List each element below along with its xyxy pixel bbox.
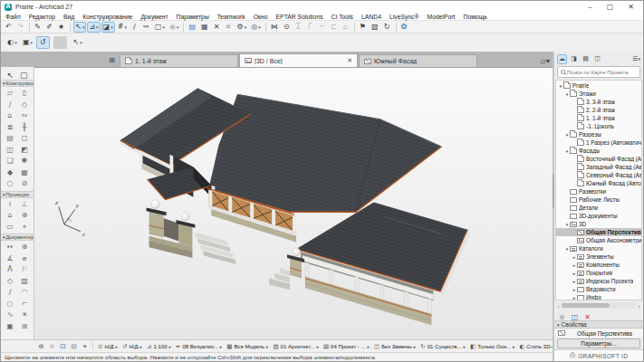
fillet-button[interactable]: ⌐ xyxy=(317,22,328,33)
beam-tool[interactable]: ∕ xyxy=(3,100,17,111)
scrollbar-thumb[interactable] xyxy=(562,303,610,308)
tab-popup-navigator-button[interactable]: ▱▾ xyxy=(541,57,550,65)
pen-set-dropdown[interactable]: ▤ 04 Проект - ... ▸ xyxy=(322,341,371,352)
separator[interactable] xyxy=(70,23,71,32)
snap-guides-button[interactable]: ✑ xyxy=(141,22,152,33)
tab-close-icon[interactable]: ✕ xyxy=(334,57,352,64)
tree-story-3[interactable]: 3. 3-й этаж xyxy=(556,98,641,106)
tree-developments[interactable]: Развертки xyxy=(556,187,641,195)
angle-dimension-tool[interactable]: ∡ xyxy=(3,253,17,265)
scale-dropdown[interactable]: ⊿ 1:100 ▸ xyxy=(145,341,173,352)
tree-lists[interactable]: ▸ Ведомости xyxy=(556,285,641,293)
figure-tool[interactable]: ▣ xyxy=(3,321,17,333)
tree-story-basement[interactable]: -1. Цоколь xyxy=(556,122,641,130)
search-input[interactable] xyxy=(567,70,637,75)
menu-help[interactable]: Помощь xyxy=(464,14,487,20)
menu-document[interactable]: Документ xyxy=(140,14,168,20)
layer-combination-dropdown[interactable]: ▧ 01 Архитект... ▸ xyxy=(271,341,320,352)
tree-3d-documents[interactable]: 3D-документы xyxy=(556,212,641,220)
door-tool[interactable]: ◻ xyxy=(17,133,32,145)
scroll-right-arrow[interactable]: › xyxy=(636,303,642,309)
text-tool[interactable]: A xyxy=(3,264,17,276)
tree-elevation-north[interactable]: Северный Фасад (Автоматически xyxy=(556,171,641,179)
window-tool[interactable]: ◫ xyxy=(3,145,17,157)
3d-style-dropdown[interactable]: ◐ Стиль 3D-о... ▸ xyxy=(517,341,553,352)
stair-tool[interactable]: ≣ xyxy=(3,122,17,134)
element-transfer-button[interactable]: ◪▾ xyxy=(101,22,115,33)
camera-tool[interactable]: ⌖ xyxy=(17,222,32,233)
resize-button[interactable]: ⊏ xyxy=(329,22,340,33)
tree-elements[interactable]: ▸ Элементы xyxy=(556,252,641,261)
menu-citools[interactable]: CI Tools xyxy=(332,14,353,20)
zoom-level-dropdown[interactable]: ⊙ Н/Д ▸ xyxy=(96,341,120,352)
graphisoft-id-bar[interactable]: ⎙ GRAPHISOFT ID xyxy=(554,349,643,361)
suspend-groups-button[interactable]: ◉▾ xyxy=(168,22,181,33)
zoom-out-button[interactable]: ⊖ xyxy=(36,341,46,352)
tree-elevation-west[interactable]: Западный Фасад (Автоматически xyxy=(556,163,641,171)
minimize-button[interactable]: – xyxy=(588,3,591,12)
orbit-button[interactable]: ↺ xyxy=(36,36,50,49)
menu-options[interactable]: Параметры xyxy=(177,14,209,20)
explore-mode-button[interactable]: ⌖ xyxy=(80,341,90,352)
mesh-tool[interactable]: ▦ xyxy=(17,167,32,179)
settings-button[interactable]: Параметры... xyxy=(557,338,640,348)
interior-elevation-tool[interactable]: ⌂ xyxy=(3,210,17,222)
tree-generic-axonometry[interactable]: Общая Аксонометрия xyxy=(556,236,641,244)
drafting-aids-button[interactable]: ⊿▾ xyxy=(87,22,100,33)
skylight-tool[interactable]: ◩ xyxy=(17,145,32,157)
view-settings-button[interactable]: ▣▾ xyxy=(21,36,34,49)
house-model[interactable] xyxy=(120,88,471,325)
maximize-button[interactable]: ▢ xyxy=(607,3,614,12)
tree-elevation-east[interactable]: Восточный Фасад (Автоматическ xyxy=(556,155,641,163)
toolbox-section-projections[interactable]: ▾Проекции xyxy=(1,191,34,198)
curtain-wall-tool[interactable]: ▤ xyxy=(3,133,17,145)
properties-panel-header[interactable]: ▾ Свойства xyxy=(554,320,643,329)
tree-section-1[interactable]: 1 Разрез (Автоматически Перестр xyxy=(556,138,641,147)
radial-dimension-tool[interactable]: ⌀ xyxy=(17,253,32,265)
arc-tool[interactable]: ◠ xyxy=(17,287,32,299)
menu-window[interactable]: Окно xyxy=(254,14,268,20)
separator[interactable] xyxy=(183,23,184,32)
snap-points-button[interactable]: ▢▾ xyxy=(153,22,167,33)
fit-in-window-button[interactable]: ⊡ xyxy=(58,341,68,352)
fill-tool[interactable]: ▨ xyxy=(17,276,32,288)
tree-project-indexes[interactable]: ▸ Индексы Проекта xyxy=(556,277,641,285)
roof-tool[interactable]: ⌂ xyxy=(3,110,17,122)
grid-tool-button[interactable]: ⌗ xyxy=(224,22,235,33)
morph-tool[interactable]: ◆ xyxy=(3,167,17,179)
schedules-button[interactable]: ▦ xyxy=(199,22,211,33)
polyline-tool[interactable]: ⌐ xyxy=(17,299,32,310)
tab-overview-button[interactable]: ⊞ xyxy=(106,54,118,66)
spline-tool[interactable]: ∿ xyxy=(3,310,17,321)
marquee-tool[interactable]: ▢ xyxy=(20,67,28,81)
wall-tool[interactable]: ▱ xyxy=(3,88,17,100)
rotate-view-button[interactable]: ↻ xyxy=(382,22,393,33)
tree-stories[interactable]: ▾ Этажи xyxy=(556,90,641,98)
guide-lines-button[interactable]: ∕ xyxy=(130,22,140,33)
menu-file[interactable]: Файл xyxy=(5,14,21,20)
tree-elevations[interactable]: ▾ Фасады xyxy=(556,147,641,155)
open-3d-button[interactable]: ❂ xyxy=(399,22,410,33)
3d-viewport[interactable]: z y x xyxy=(34,67,553,339)
menu-view[interactable]: Вид xyxy=(63,14,74,20)
toolbox-section-documentation[interactable]: ▾Документирование xyxy=(1,233,34,241)
line-tool[interactable]: ∕ xyxy=(3,287,17,299)
multiply-button[interactable]: ⌂ xyxy=(341,22,351,33)
renovation-filter-dropdown[interactable]: ↻ 01 Существ... ▸ xyxy=(418,341,467,352)
project-map-search[interactable] xyxy=(557,66,640,78)
slab-tool[interactable]: ◇ xyxy=(17,100,32,111)
view-settings-dropdown[interactable]: ✒ 08 Визуализ... ▸ xyxy=(174,341,224,352)
separator[interactable] xyxy=(53,36,67,49)
menu-livesync[interactable]: LiveSync® xyxy=(389,14,419,20)
arrow-tool-button[interactable]: ↖▾ xyxy=(73,22,86,33)
project-chooser-button[interactable]: ☁ xyxy=(557,54,567,64)
menu-teamwork[interactable]: Teamwork xyxy=(217,14,245,20)
settings-gear-button[interactable]: ⚙▾ xyxy=(235,22,249,33)
toolbox-section-construction[interactable]: ▾Конструирование xyxy=(1,80,34,87)
separator[interactable] xyxy=(354,23,355,32)
tree-horizontal-scrollbar[interactable]: ‹ › xyxy=(555,301,642,310)
label-tool[interactable]: ⚐ xyxy=(17,264,32,276)
scrollbar-track[interactable] xyxy=(562,302,636,309)
drawing-tool[interactable]: ⊞ xyxy=(17,321,32,333)
layout-book-button[interactable]: ◫ xyxy=(592,54,602,64)
